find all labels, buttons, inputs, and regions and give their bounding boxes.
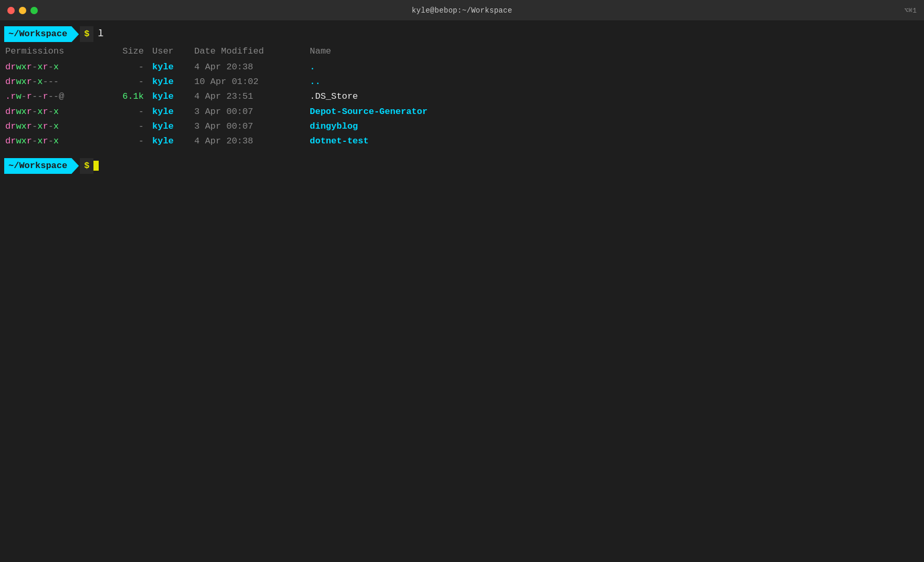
table-row: drwxr-x--- - kyle 10 Apr 01:02 .. <box>5 75 920 89</box>
keyboard-shortcut: ⌥⌘1 <box>905 6 917 15</box>
row-perms: .rw-r--r--@ <box>5 89 116 104</box>
command-1: l <box>98 27 103 41</box>
window-title: kyle@bebop:~/Workspace <box>412 6 512 15</box>
row-date: 4 Apr 23:51 <box>194 89 310 104</box>
row-date: 4 Apr 20:38 <box>194 60 310 75</box>
table-row: drwxr-xr-x - kyle 4 Apr 20:38 dotnet-tes… <box>5 134 920 149</box>
cursor <box>93 161 99 171</box>
row-date: 3 Apr 00:07 <box>194 105 310 119</box>
row-user: kyle <box>152 119 194 134</box>
terminal-content[interactable]: ~/Workspace $ l Permissions Size User Da… <box>0 21 924 180</box>
header-permissions: Permissions <box>5 44 116 59</box>
row-perms: drwxr-xr-x <box>5 134 116 149</box>
row-name: .. <box>310 75 920 89</box>
row-date: 4 Apr 20:38 <box>194 134 310 149</box>
titlebar: kyle@bebop:~/Workspace ⌥⌘1 <box>0 0 924 21</box>
row-perms: drwxr-x--- <box>5 75 116 89</box>
minimize-button[interactable] <box>19 7 26 14</box>
table-row: drwxr-xr-x - kyle 3 Apr 00:07 dingyblog <box>5 119 920 134</box>
row-name: Depot-Source-Generator <box>310 105 920 119</box>
path-badge-2: ~/Workspace <box>4 158 79 174</box>
close-button[interactable] <box>7 7 15 14</box>
row-user: kyle <box>152 75 194 89</box>
row-perms: drwxr-xr-x <box>5 60 116 75</box>
row-user: kyle <box>152 105 194 119</box>
ls-header: Permissions Size User Date Modified Name <box>5 44 920 59</box>
ls-output: Permissions Size User Date Modified Name… <box>5 44 920 148</box>
row-user: kyle <box>152 134 194 149</box>
row-size: - <box>116 105 152 119</box>
row-size: 6.1k <box>116 89 152 104</box>
prompt-dollar-2: $ <box>80 158 93 174</box>
row-user: kyle <box>152 60 194 75</box>
table-row: .rw-r--r--@ 6.1k kyle 4 Apr 23:51 .DS_St… <box>5 89 920 104</box>
header-user: User <box>152 44 194 59</box>
row-size: - <box>116 75 152 89</box>
row-user: kyle <box>152 89 194 104</box>
row-perms: drwxr-xr-x <box>5 105 116 119</box>
row-name: . <box>310 60 920 75</box>
row-size: - <box>116 119 152 134</box>
row-size: - <box>116 60 152 75</box>
header-name: Name <box>310 44 920 59</box>
header-size: Size <box>116 44 152 59</box>
table-row: drwxr-xr-x - kyle 3 Apr 00:07 Depot-Sour… <box>5 105 920 119</box>
prompt-line-1: ~/Workspace $ l <box>4 26 920 42</box>
prompt-line-2: ~/Workspace $ <box>4 158 920 174</box>
row-size: - <box>116 134 152 149</box>
row-name: .DS_Store <box>310 89 920 104</box>
prompt-dollar-1: $ <box>80 26 93 42</box>
row-date: 10 Apr 01:02 <box>194 75 310 89</box>
table-row: drwxr-xr-x - kyle 4 Apr 20:38 . <box>5 60 920 75</box>
path-badge-1: ~/Workspace <box>4 26 79 42</box>
row-perms: drwxr-xr-x <box>5 119 116 134</box>
header-date: Date Modified <box>194 44 310 59</box>
row-name: dingyblog <box>310 119 920 134</box>
maximize-button[interactable] <box>30 7 38 14</box>
row-name: dotnet-test <box>310 134 920 149</box>
row-date: 3 Apr 00:07 <box>194 119 310 134</box>
window-controls <box>7 7 38 14</box>
